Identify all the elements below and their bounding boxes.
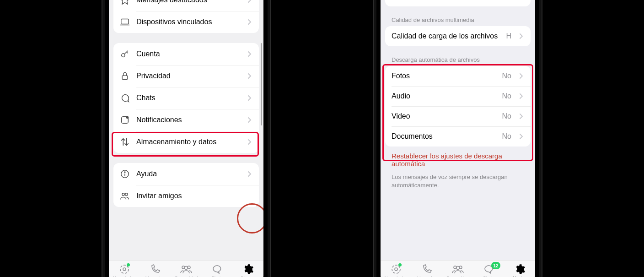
- tab-ajustes[interactable]: Ajustes: [504, 263, 535, 277]
- row-invite-friends[interactable]: Invitar amigos: [113, 185, 259, 207]
- status-icon: [119, 263, 130, 275]
- row-audio[interactable]: Audio No: [385, 86, 531, 106]
- tab-novedades[interactable]: Novedades: [381, 263, 412, 277]
- svg-point-10: [122, 193, 124, 196]
- section-quality: Calidad de archivos multimedia: [381, 16, 535, 26]
- chats-badge: 12: [491, 262, 500, 269]
- chevron-right-icon: [520, 114, 524, 119]
- tab-llamadas[interactable]: Llamadas: [140, 263, 171, 277]
- svg-point-3: [122, 54, 125, 57]
- svg-point-9: [124, 172, 125, 173]
- tab-comunidad[interactable]: Comunidad: [442, 263, 473, 277]
- svg-marker-0: [121, 0, 129, 4]
- row-label: Mensajes destacados: [136, 0, 242, 4]
- info-icon: [120, 169, 130, 179]
- row-label: Proxy: [392, 0, 513, 0]
- row-proxy[interactable]: Proxy: [385, 0, 531, 6]
- svg-rect-4: [122, 76, 128, 79]
- highlight-settings-tab: [237, 203, 263, 234]
- key-icon: [120, 49, 130, 59]
- phone-icon: [421, 263, 432, 275]
- lock-icon: [120, 71, 130, 81]
- chevron-right-icon: [520, 134, 524, 139]
- laptop-icon: [120, 17, 130, 27]
- chevron-right-icon: [248, 95, 252, 101]
- row-value: No: [502, 112, 511, 120]
- chevron-right-icon: [520, 33, 524, 39]
- row-account[interactable]: Cuenta: [113, 43, 259, 65]
- row-documentos[interactable]: Documentos No: [385, 126, 531, 147]
- row-label: Chats: [136, 94, 242, 102]
- notification-icon: [120, 115, 130, 125]
- star-icon: [120, 0, 130, 5]
- phone-right: Almacenamiento y datos Proxy Calidad de …: [373, 0, 542, 277]
- content: Mensajes destacados Dispositivos vincula…: [109, 0, 263, 260]
- scroll-indicator[interactable]: [261, 43, 262, 125]
- svg-point-11: [125, 193, 128, 196]
- row-value: H: [506, 32, 511, 40]
- row-starred-messages[interactable]: Mensajes destacados: [113, 0, 259, 11]
- row-label: Dispositivos vinculados: [136, 18, 242, 26]
- svg-point-6: [126, 116, 129, 119]
- chevron-right-icon: [248, 139, 252, 145]
- tab-novedades[interactable]: Novedades: [109, 263, 140, 277]
- chats-icon: [211, 263, 223, 275]
- chats-icon: 12: [483, 263, 495, 275]
- community-icon: [451, 263, 464, 275]
- row-value: No: [502, 72, 511, 80]
- row-label: Privacidad: [136, 72, 242, 80]
- phone-icon: [150, 263, 161, 275]
- row-label: Calidad de carga de los archivos: [392, 32, 499, 40]
- community-icon: [180, 263, 193, 275]
- screen-storage: Almacenamiento y datos Proxy Calidad de …: [381, 0, 535, 277]
- row-label: Cuenta: [136, 50, 242, 58]
- chevron-right-icon: [248, 0, 252, 3]
- chevron-right-icon: [520, 93, 524, 99]
- group-quality: Calidad de carga de los archivos H: [385, 26, 531, 46]
- phone-left: Ajustes Mensajes destacados Dispositivos…: [102, 0, 271, 277]
- screen-settings: Ajustes Mensajes destacados Dispositivos…: [109, 0, 263, 277]
- chevron-right-icon: [248, 51, 252, 57]
- voice-note: Los mensajes de voz siempre se descargan…: [381, 168, 535, 189]
- svg-point-12: [123, 268, 126, 271]
- row-privacy[interactable]: Privacidad: [113, 65, 259, 87]
- row-label: Almacenamiento y datos: [136, 138, 242, 146]
- svg-rect-1: [121, 19, 129, 24]
- row-label: Video: [392, 112, 496, 120]
- row-video[interactable]: Video No: [385, 106, 531, 126]
- row-linked-devices[interactable]: Dispositivos vinculados: [113, 11, 259, 33]
- section-auto-download: Descarga automática de archivos: [381, 56, 535, 66]
- arrows-up-down-icon: [120, 137, 130, 147]
- tab-chats[interactable]: Chats: [202, 263, 233, 277]
- group-top: Mensajes destacados Dispositivos vincula…: [113, 0, 259, 33]
- chevron-right-icon: [520, 73, 524, 79]
- chevron-right-icon: [248, 73, 252, 79]
- group-auto-download: Fotos No Audio No Video No Documentos No: [385, 66, 531, 147]
- row-storage-data[interactable]: Almacenamiento y datos: [113, 131, 259, 153]
- row-notifications[interactable]: Notificaciones: [113, 109, 259, 131]
- reset-auto-download[interactable]: Restablecer los ajustes de descarga auto…: [381, 149, 535, 168]
- tab-comunidad[interactable]: Comunidad: [171, 263, 202, 277]
- people-icon: [120, 191, 130, 201]
- row-label: Invitar amigos: [136, 192, 252, 200]
- tabbar: Novedades Llamadas Comunidad 12 Chats Aj…: [381, 260, 535, 277]
- gear-icon: [242, 263, 254, 275]
- chat-bubble-icon: [120, 93, 130, 103]
- row-chats[interactable]: Chats: [113, 87, 259, 109]
- row-label: Ayuda: [136, 170, 242, 178]
- tab-llamadas[interactable]: Llamadas: [412, 263, 443, 277]
- row-label: Documentos: [392, 132, 496, 141]
- row-label: Audio: [392, 92, 496, 100]
- chevron-right-icon: [248, 19, 252, 25]
- gear-icon: [514, 263, 526, 275]
- tab-chats[interactable]: 12 Chats: [473, 263, 504, 277]
- row-value: No: [502, 132, 511, 141]
- status-icon: [391, 263, 402, 275]
- row-fotos[interactable]: Fotos No: [385, 66, 531, 86]
- tabbar: Novedades Llamadas Comunidad Chats Ajust…: [109, 260, 263, 277]
- tab-ajustes[interactable]: Ajustes: [232, 263, 263, 277]
- row-help[interactable]: Ayuda: [113, 163, 259, 185]
- row-upload-quality[interactable]: Calidad de carga de los archivos H: [385, 26, 531, 46]
- group-mid: Cuenta Privacidad Chats: [113, 43, 259, 153]
- group-bottom: Ayuda Invitar amigos: [113, 163, 259, 207]
